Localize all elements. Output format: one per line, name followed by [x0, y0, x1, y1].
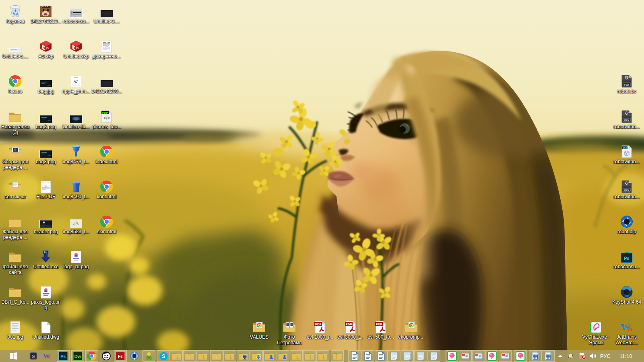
svg-text:FBX: FBX: [624, 189, 629, 191]
svg-text:Ps: Ps: [624, 256, 629, 261]
svg-text:PDF: PDF: [346, 323, 352, 326]
svg-text:PDF: PDF: [376, 323, 382, 326]
svg-text:</>: </>: [103, 115, 110, 120]
svg-text:Ps: Ps: [60, 354, 66, 359]
svg-text:Fz: Fz: [118, 354, 123, 359]
svg-text:PHP: PHP: [102, 111, 108, 114]
svg-text:FBX: FBX: [624, 84, 629, 86]
svg-text:S: S: [32, 354, 35, 359]
svg-text:S: S: [48, 354, 52, 360]
svg-text:PDF: PDF: [315, 323, 321, 326]
svg-text:FBX: FBX: [624, 119, 629, 121]
svg-text:S: S: [628, 324, 632, 333]
svg-text:S: S: [162, 353, 165, 359]
svg-text:Dw: Dw: [74, 354, 81, 359]
svg-text:3DS: 3DS: [623, 147, 627, 149]
svg-text:Ps: Ps: [44, 251, 47, 254]
